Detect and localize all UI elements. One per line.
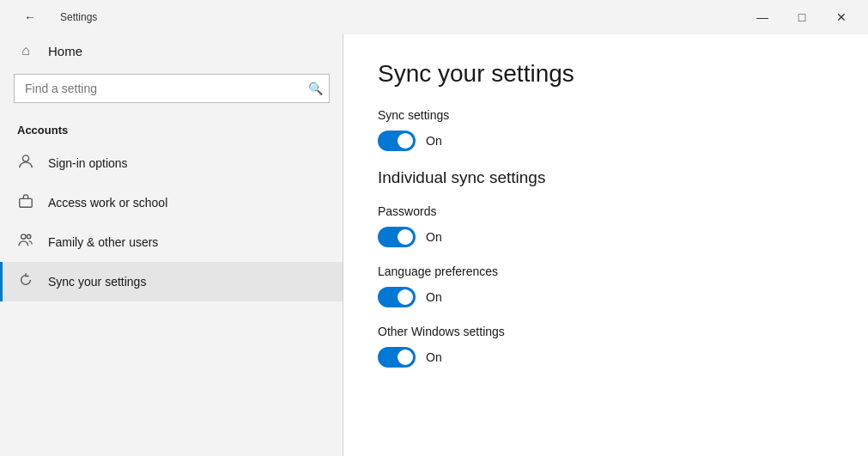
back-button[interactable]: ←	[10, 3, 50, 31]
briefcase-icon	[17, 193, 34, 212]
family-label: Family & other users	[48, 235, 158, 249]
window-controls: — □ ✕	[743, 3, 861, 31]
section-label: Accounts	[0, 117, 343, 143]
passwords-label: Passwords	[378, 204, 834, 218]
maximize-button[interactable]: □	[782, 3, 822, 31]
sync-label: Sync your settings	[48, 275, 146, 289]
other-toggle[interactable]	[378, 347, 416, 368]
sync-toggle-state: On	[426, 134, 442, 148]
individual-section-title: Individual sync settings	[378, 168, 834, 187]
toggle-thumb	[398, 350, 413, 365]
home-icon: ⌂	[17, 43, 34, 58]
language-toggle[interactable]	[378, 287, 416, 307]
language-label: Language preferences	[378, 264, 834, 278]
language-toggle-state: On	[426, 290, 442, 304]
toggle-track	[378, 227, 416, 247]
sidebar: ⌂ Home 🔍 Accounts Sign-in options	[0, 34, 343, 456]
sidebar-item-family[interactable]: Family & other users	[0, 222, 343, 262]
toggle-track	[378, 131, 416, 151]
close-button[interactable]: ✕	[822, 3, 861, 31]
work-label: Access work or school	[48, 196, 167, 210]
language-group: Language preferences On	[378, 264, 834, 307]
other-group: Other Windows settings On	[378, 325, 834, 368]
search-input[interactable]	[14, 74, 330, 103]
title-bar: ← Settings — □ ✕	[0, 0, 868, 34]
sidebar-item-home[interactable]: ⌂ Home	[0, 34, 343, 67]
title-bar-left: ← Settings	[10, 3, 97, 31]
toggle-thumb	[398, 229, 413, 245]
main-sync-toggle-row: On	[378, 131, 834, 151]
main-sync-label: Sync settings	[378, 108, 834, 122]
app-title: Settings	[60, 11, 97, 23]
language-toggle-row: On	[378, 287, 834, 307]
passwords-toggle-row: On	[378, 227, 834, 247]
content-area: Sync your settings Sync settings On Indi…	[343, 34, 868, 456]
main-sync-group: Sync settings On	[378, 108, 834, 151]
minimize-button[interactable]: —	[743, 3, 782, 31]
other-toggle-state: On	[426, 350, 442, 364]
sidebar-item-signin[interactable]: Sign-in options	[0, 143, 343, 183]
sync-icon	[17, 272, 34, 291]
app-body: ⌂ Home 🔍 Accounts Sign-in options	[0, 34, 868, 456]
toggle-track	[378, 287, 416, 307]
svg-point-3	[27, 234, 30, 239]
passwords-group: Passwords On	[378, 204, 834, 247]
sidebar-item-work[interactable]: Access work or school	[0, 183, 343, 222]
family-icon	[17, 233, 34, 252]
passwords-toggle-state: On	[426, 230, 442, 244]
signin-label: Sign-in options	[48, 156, 128, 170]
toggle-thumb	[398, 133, 413, 149]
other-toggle-row: On	[378, 347, 834, 368]
toggle-track	[378, 347, 416, 368]
person-icon	[17, 154, 34, 173]
sidebar-item-sync[interactable]: Sync your settings	[0, 262, 343, 301]
other-label: Other Windows settings	[378, 325, 834, 338]
page-title: Sync your settings	[378, 60, 834, 88]
svg-point-0	[22, 155, 28, 161]
toggle-thumb	[398, 289, 413, 305]
search-box: 🔍	[14, 74, 330, 103]
search-icon[interactable]: 🔍	[308, 82, 323, 95]
svg-rect-1	[20, 198, 32, 207]
svg-point-2	[21, 234, 26, 239]
home-label: Home	[48, 44, 82, 58]
sync-toggle[interactable]	[378, 131, 416, 151]
passwords-toggle[interactable]	[378, 227, 416, 247]
